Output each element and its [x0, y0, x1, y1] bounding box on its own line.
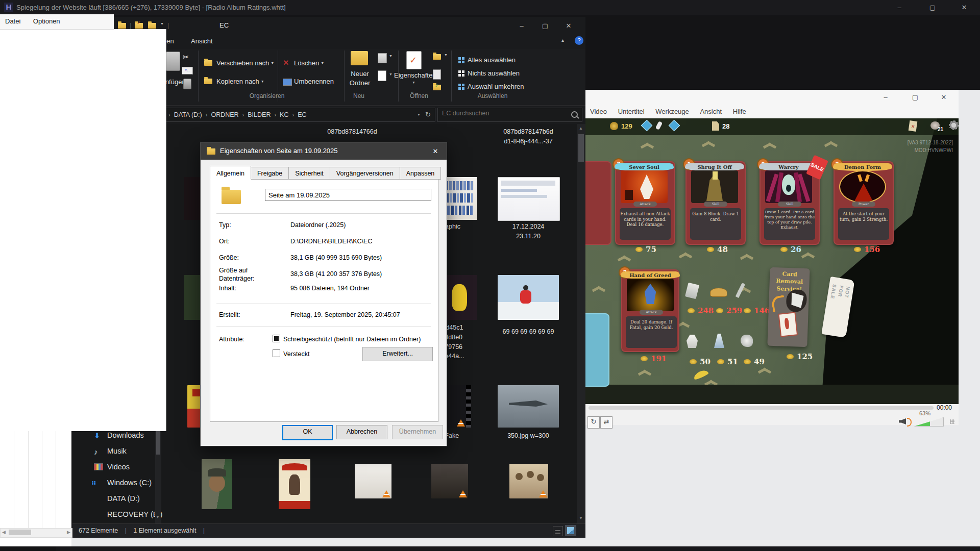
- file-label[interactable]: 69 69 69 69 69 69: [493, 327, 564, 337]
- speaker-icon[interactable]: [899, 418, 906, 424]
- search-icon[interactable]: [571, 111, 578, 118]
- sidebar-item-musik[interactable]: ♪ Musik: [107, 447, 127, 455]
- potion-bottle-icon[interactable]: [714, 334, 724, 348]
- vlc-menu-hilfe[interactable]: Hilfe: [733, 108, 746, 115]
- select-none-button[interactable]: Nichts auswählen: [458, 69, 520, 77]
- chevron-down-icon[interactable]: ▼: [389, 54, 393, 58]
- breadcrumb-item[interactable]: KC: [280, 111, 288, 118]
- details-view-button[interactable]: [553, 526, 563, 536]
- hidden-checkbox[interactable]: [273, 349, 280, 357]
- sidebar-item-windows-c[interactable]: Windows (C:): [107, 479, 152, 487]
- file-scrollbar[interactable]: ▲ ▼: [577, 124, 585, 523]
- vlc-close-button[interactable]: ✕: [932, 90, 955, 105]
- vlc-menu-ansicht[interactable]: Ansicht: [700, 108, 722, 115]
- chevron-down-icon[interactable]: ▼: [412, 81, 415, 84]
- httrack-menu-datei[interactable]: Datei: [5, 17, 20, 25]
- readonly-checkbox[interactable]: [273, 335, 280, 342]
- explorer-minimize-button[interactable]: –: [510, 17, 533, 35]
- shop-card-demon-form[interactable]: 3 Demon Form Power At the start of your …: [834, 161, 894, 245]
- tab-ansicht[interactable]: Ansicht: [191, 37, 213, 45]
- refresh-icon[interactable]: ↻: [425, 108, 431, 121]
- sidebar-item-data-d[interactable]: DATA (D:): [107, 494, 140, 503]
- thumbnail-view-button[interactable]: [565, 525, 576, 536]
- sidebar-item-videos[interactable]: Videos: [107, 463, 130, 471]
- relic-card-icon[interactable]: [685, 283, 699, 299]
- apply-button[interactable]: Übernehmen: [392, 425, 443, 439]
- tab-vorgaengerversionen[interactable]: Vorgängerversionen: [330, 167, 400, 180]
- tab-allgemein[interactable]: Allgemein: [210, 166, 251, 180]
- tab-anpassen[interactable]: Anpassen: [400, 167, 442, 180]
- cancel-button[interactable]: Abbrechen: [336, 425, 387, 439]
- new-folder-button[interactable]: Neuer Ordner: [341, 69, 378, 87]
- file-label[interactable]: 350.jpg w=300: [493, 431, 564, 441]
- vlc-video-area[interactable]: 2 Sever Soul Attack Exhaust all non-Atta…: [585, 118, 959, 404]
- select-all-button[interactable]: Alles auswählen: [458, 56, 516, 64]
- vlc-menu-untertitel[interactable]: Untertitel: [618, 108, 645, 115]
- address-dropdown-icon[interactable]: ▼: [417, 108, 421, 121]
- dialog-close-button[interactable]: ✕: [424, 143, 447, 160]
- advanced-button[interactable]: Erweitert...: [362, 347, 433, 361]
- copy-path-icon[interactable]: \\..: [182, 67, 193, 74]
- breadcrumb-item[interactable]: DATA (D:): [174, 111, 202, 118]
- file-thumbnail[interactable]: [498, 275, 559, 320]
- copy-to-button[interactable]: Kopieren nach▼: [216, 78, 264, 85]
- tab-sicherheit[interactable]: Sicherheit: [288, 167, 330, 180]
- ribbon-collapse-icon[interactable]: ▴: [561, 37, 564, 43]
- file-label[interactable]: 087bd878147b6d d1-8-l6j-444...-37: [493, 127, 564, 146]
- ok-button[interactable]: OK: [282, 425, 333, 440]
- cut-icon[interactable]: ✂: [183, 53, 189, 62]
- new-item-icon[interactable]: [378, 53, 387, 63]
- help-icon[interactable]: ?: [575, 36, 583, 45]
- banana-item[interactable]: [693, 368, 709, 380]
- deck-icon[interactable]: [712, 121, 719, 131]
- paste-icon[interactable]: [166, 52, 180, 71]
- settings-gear-icon[interactable]: [949, 120, 959, 130]
- vlc-maximize-button[interactable]: ▢: [903, 90, 927, 105]
- card-removal-board[interactable]: Card Removal Service!: [767, 267, 810, 347]
- move-to-button[interactable]: Verschieben nach▼: [216, 59, 274, 67]
- chevron-down-icon[interactable]: ▼: [444, 53, 448, 57]
- loop-button[interactable]: ↻: [587, 416, 600, 429]
- file-thumbnail[interactable]: [498, 385, 559, 428]
- httrack-menu-optionen[interactable]: Optionen: [33, 17, 60, 25]
- breadcrumb-item[interactable]: BILDER: [248, 111, 271, 118]
- scroll-thumb[interactable]: [578, 134, 584, 162]
- scroll-left-icon[interactable]: ◀: [2, 530, 6, 535]
- file-thumbnail[interactable]: [431, 464, 468, 498]
- potion-pouch-icon[interactable]: [687, 335, 698, 348]
- folder-icon[interactable]: [118, 23, 126, 29]
- edit-icon[interactable]: [433, 69, 441, 80]
- file-thumbnail[interactable]: [498, 177, 560, 221]
- scroll-thumb[interactable]: [9, 530, 31, 535]
- scroll-right-icon[interactable]: ▶: [67, 530, 70, 535]
- relic-food-icon[interactable]: [710, 288, 727, 297]
- folder-icon[interactable]: [148, 23, 156, 29]
- breadcrumb[interactable]: Dieser PC›DATA (D:)›ORDNER›BILDER›KC›EC …: [130, 108, 435, 122]
- delete-button[interactable]: Löschen▼: [294, 59, 324, 67]
- file-thumbnail[interactable]: [355, 464, 391, 498]
- file-label[interactable]: 087bd87814766d: [316, 127, 388, 137]
- chevron-down-icon[interactable]: ▼: [389, 72, 393, 76]
- map-scroll-icon[interactable]: ✕: [909, 120, 918, 132]
- search-input[interactable]: [441, 109, 566, 117]
- seek-slider[interactable]: [589, 406, 934, 410]
- resize-grip[interactable]: [950, 419, 954, 424]
- httrack-maximize-button[interactable]: ▢: [921, 0, 944, 15]
- scroll-thumb[interactable]: [156, 430, 160, 455]
- scroll-down-icon[interactable]: ▼: [579, 516, 583, 520]
- scroll-down-icon[interactable]: ▼: [156, 515, 160, 519]
- easy-access-icon[interactable]: [378, 70, 386, 81]
- paste-shortcut-icon[interactable]: [183, 79, 191, 89]
- explorer-maximize-button[interactable]: ▢: [533, 17, 557, 35]
- tab-freigabe[interactable]: Freigabe: [251, 167, 289, 180]
- folder-name-input[interactable]: [265, 189, 431, 201]
- file-thumbnail[interactable]: [279, 459, 310, 509]
- file-thumbnail[interactable]: [202, 459, 232, 509]
- invert-selection-button[interactable]: Auswahl umkehren: [458, 83, 524, 90]
- vlc-menu-werkzeuge[interactable]: Werkzeuge: [655, 108, 689, 115]
- breadcrumb-item[interactable]: EC: [298, 111, 306, 118]
- httrack-hscrollbar[interactable]: ◀ ▶: [0, 528, 72, 538]
- rename-button[interactable]: Umbenennen: [294, 78, 334, 85]
- scroll-up-icon[interactable]: ▲: [579, 126, 583, 131]
- properties-button[interactable]: Eigenschaften: [394, 71, 435, 79]
